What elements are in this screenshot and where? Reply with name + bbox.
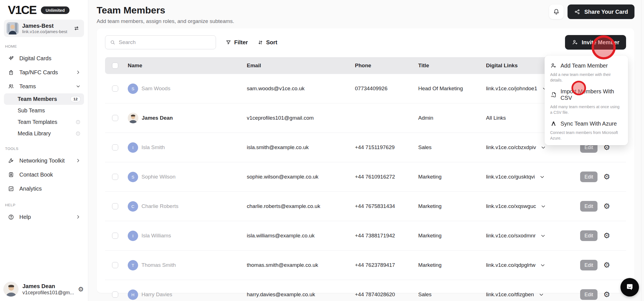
sidebar-item-team-members[interactable]: Team Members 12 [4,93,84,105]
member-link[interactable]: link.v1ce.co/johndoe1 [486,85,537,92]
member-title: Marketing [418,262,486,268]
chevron-down-icon[interactable] [541,204,546,209]
logo-row: V1CE Unlimited [0,0,88,17]
info-icon [75,131,81,136]
row-checkbox[interactable] [112,85,118,92]
settings-gear-icon[interactable]: ⚙ [78,286,84,293]
edit-button[interactable]: Edit [580,172,597,182]
member-link[interactable]: link.v1ce.co/cbzxdpiv [486,144,536,150]
sidebar-item-tap-nfc-cards[interactable]: Tap/NFC Cards [4,65,84,79]
switch-account-icon[interactable] [73,25,80,32]
member-name: Isla Williams [141,233,171,239]
edit-button[interactable]: Edit [580,260,597,270]
row-checkbox[interactable] [112,115,118,121]
member-link[interactable]: link.v1ce.co/qdpglrtw [486,262,535,268]
member-name: Sam Woods [141,85,170,92]
avatar-initial: C [128,201,138,212]
main-content: Team Members Add team members, assign ro… [88,0,644,301]
row-checkbox[interactable] [112,203,118,209]
column-header-phone: Phone [355,62,418,69]
row-checkbox[interactable] [112,262,118,268]
user-profile[interactable]: James Dean v1ceprofiles101@gm... ⚙ [3,280,85,298]
sidebar-item-help[interactable]: Help [4,210,84,224]
member-link[interactable]: link.v1ce.co/tfizgben [486,291,534,298]
share-your-card-button[interactable]: Share Your Card [568,4,634,19]
chevron-down-icon[interactable] [541,145,546,150]
workspace-switcher[interactable]: James-Best link.v1ce.co/james-best [4,20,84,37]
sidebar-item-label: Tap/NFC Cards [19,69,58,76]
edit-button[interactable]: Edit [580,201,597,212]
chevron-down-icon[interactable] [540,263,545,268]
filter-funnel-icon [225,40,231,45]
menu-item-import-csv[interactable]: csv Import Members With CSV Add many tea… [545,83,628,115]
avatar-initial: H [128,290,138,300]
column-header-name: Name [121,62,247,69]
invite-member-button[interactable]: Invite Member [565,35,626,50]
filter-button[interactable]: Filter [225,39,248,46]
member-link[interactable]: link.v1ce.co/sxodmnr [486,233,536,239]
edit-button[interactable]: Edit [580,289,597,300]
sidebar-item-label: Team Members [18,96,57,102]
gear-icon[interactable]: ⚙ [603,203,610,210]
gear-icon[interactable]: ⚙ [603,291,610,298]
member-name: Thomas Smith [141,262,176,268]
workspace-info: James-Best link.v1ce.co/james-best [22,23,67,34]
column-header-email: Email [247,62,355,69]
row-checkbox[interactable] [112,144,118,150]
chevron-down-icon[interactable] [540,174,545,180]
sidebar-item-sub-teams[interactable]: Sub Teams [4,105,84,116]
sidebar-item-analytics[interactable]: Analytics [4,182,84,196]
chat-bubble-icon [625,283,634,292]
member-title: Marketing [418,203,486,209]
member-name: James Dean [142,115,173,121]
chevron-down-icon[interactable] [540,233,546,239]
sidebar-item-teams[interactable]: Teams [4,79,84,93]
member-name: Harry Davies [141,291,172,298]
chevron-down-icon[interactable] [539,292,544,297]
sidebar-item-media-library[interactable]: Media Library [4,128,84,139]
sidebar-item-label: Digital Cards [19,55,51,62]
member-phone: +44 7675831434 [355,203,418,209]
section-label-help: HELP [5,203,83,207]
search-box[interactable] [105,35,216,49]
person-plus-icon [572,39,578,46]
gear-icon[interactable]: ⚙ [603,261,610,269]
people-icon [8,83,14,90]
sidebar-item-label: Team Templates [18,119,57,125]
chat-widget-button[interactable] [620,278,639,297]
bag-icon [8,69,14,76]
page-header: Team Members Add team members, assign ro… [97,4,634,24]
row-checkbox[interactable] [112,174,118,180]
gear-icon[interactable]: ⚙ [603,173,610,181]
workspace-name: James-Best [22,23,67,29]
sidebar-item-label: Help [19,214,31,220]
avatar-photo [128,113,138,123]
gear-icon[interactable]: ⚙ [603,232,610,240]
select-all-checkbox[interactable] [112,62,118,69]
member-title: Sales [418,144,486,150]
sidebar-item-team-templates[interactable]: Team Templates [4,116,84,128]
sidebar-item-contact-book[interactable]: Contact Book [4,168,84,182]
menu-item-add-team-member[interactable]: Add Team Member Add a new team member wi… [545,57,628,83]
brand-logo: V1CE [8,3,36,17]
menu-item-sync-azure[interactable]: Sync Team With Azure Connect team member… [545,115,628,141]
member-link[interactable]: link.v1ce.co/xqswguc [486,203,536,209]
row-checkbox[interactable] [112,291,118,298]
chevron-right-icon [76,158,81,163]
sidebar-item-networking-toolkit[interactable]: Networking Toolkit [4,154,84,168]
sort-button[interactable]: Sort [257,39,277,46]
row-checkbox[interactable] [112,233,118,239]
workspace-url: link.v1ce.co/james-best [22,29,67,34]
sidebar-item-label: Contact Book [19,172,53,178]
notifications-button[interactable] [549,4,564,19]
share-button-label: Share Your Card [584,9,628,15]
invite-button-label: Invite Member [582,39,619,46]
sidebar-item-digital-cards[interactable]: Digital Cards [4,51,84,65]
member-email: harry.davies@example.co.uk [247,291,355,298]
avatar-initial: S [128,84,138,94]
member-link[interactable]: All Links [486,115,506,121]
member-link[interactable]: link.v1ce.co/gusktqvi [486,174,535,180]
page-title: Team Members [97,4,234,16]
search-input[interactable] [119,39,211,45]
edit-button[interactable]: Edit [580,230,597,241]
